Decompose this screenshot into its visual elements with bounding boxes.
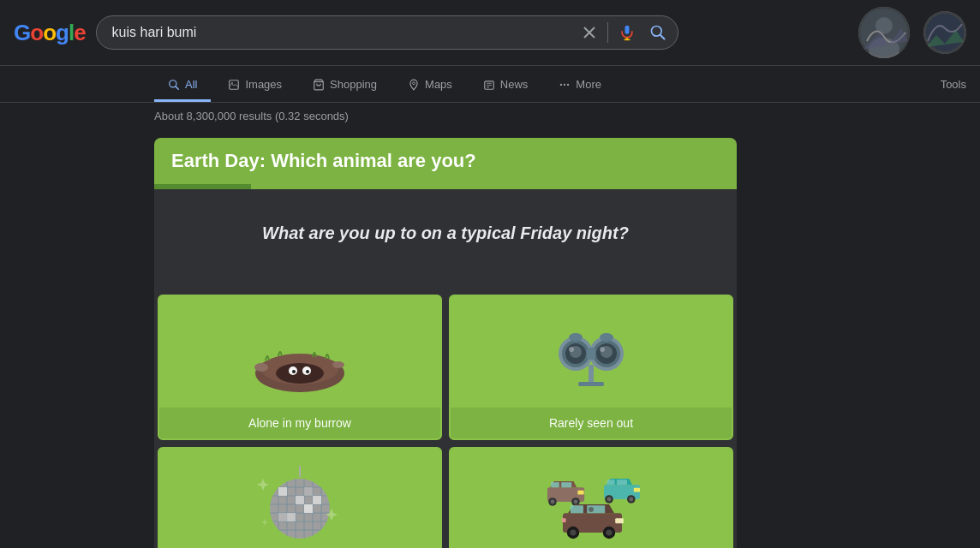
- quiz-option-disco[interactable]: Strutting my stuff: [158, 447, 442, 548]
- svg-rect-69: [313, 496, 321, 504]
- quiz-options: Alone in my burrow: [154, 295, 737, 548]
- results-summary: About 8,300,000 results (0.32 seconds): [0, 103, 980, 129]
- tab-all[interactable]: All: [154, 69, 211, 102]
- quiz-option-cars[interactable]: Following the herd: [449, 447, 733, 548]
- quiz-option-disco-image: [159, 449, 440, 548]
- svg-rect-95: [615, 518, 624, 523]
- svg-line-6: [660, 35, 665, 39]
- tab-images-label: Images: [245, 78, 282, 91]
- svg-point-46: [569, 347, 574, 352]
- svg-rect-2: [624, 26, 629, 34]
- search-button[interactable]: [646, 21, 670, 45]
- svg-rect-67: [304, 504, 313, 513]
- tab-shopping-label: Shopping: [330, 78, 377, 91]
- logo-o2: o: [43, 20, 56, 45]
- svg-rect-96: [562, 518, 566, 522]
- progress-segment-5: [542, 184, 639, 189]
- cars-illustration: [540, 462, 642, 547]
- svg-point-76: [551, 500, 555, 504]
- svg-point-86: [629, 497, 633, 502]
- search-icon: [168, 79, 180, 91]
- image-icon: [228, 79, 240, 91]
- quiz-option-binoculars-label: Rarely seen out: [541, 408, 642, 438]
- avatar-2[interactable]: [923, 11, 966, 54]
- search-bar: kuis hari bumi: [96, 15, 678, 50]
- shopping-icon: [313, 79, 325, 91]
- tab-more[interactable]: More: [545, 69, 615, 102]
- quiz-option-burrow-image: [159, 296, 440, 408]
- svg-rect-81: [607, 480, 615, 485]
- disco-illustration: [248, 462, 351, 547]
- svg-line-14: [176, 86, 178, 89]
- logo-g2: g: [56, 20, 69, 45]
- binoculars-illustration: [540, 309, 642, 395]
- svg-point-25: [567, 83, 569, 85]
- svg-point-97: [589, 507, 594, 512]
- quiz-question: What are you up to on a typical Friday n…: [171, 223, 720, 243]
- clear-button[interactable]: [578, 21, 601, 44]
- quiz-container: Earth Day: Which animal are you? What ar…: [154, 138, 737, 548]
- tab-shopping[interactable]: Shopping: [299, 69, 391, 102]
- svg-rect-79: [577, 491, 583, 495]
- tab-all-label: All: [185, 78, 197, 91]
- progress-segment-3: [349, 184, 445, 189]
- svg-point-32: [306, 370, 309, 373]
- svg-rect-87: [634, 488, 640, 492]
- svg-point-94: [606, 529, 612, 535]
- svg-point-78: [574, 500, 578, 504]
- burrow-illustration: [248, 309, 351, 395]
- tools-label: Tools: [941, 78, 966, 91]
- svg-point-48: [569, 333, 583, 342]
- svg-point-24: [564, 83, 565, 85]
- svg-rect-73: [551, 482, 559, 487]
- progress-segment-1: [154, 184, 251, 189]
- svg-point-84: [607, 497, 612, 502]
- svg-rect-43: [587, 348, 595, 360]
- svg-rect-71: [304, 487, 313, 496]
- tab-maps[interactable]: Maps: [394, 69, 466, 102]
- tools-button[interactable]: Tools: [927, 69, 980, 102]
- more-icon: [559, 79, 571, 91]
- svg-point-18: [413, 81, 415, 84]
- quiz-title: Earth Day: Which animal are you?: [171, 150, 476, 171]
- progress-segment-2: [251, 184, 348, 189]
- quiz-option-binoculars[interactable]: Rarely seen out: [449, 295, 733, 440]
- quiz-question-area: What are you up to on a typical Friday n…: [154, 189, 737, 295]
- search-icon-group: [578, 21, 670, 45]
- logo-g: G: [14, 20, 30, 45]
- tab-news[interactable]: News: [469, 69, 542, 102]
- svg-point-92: [570, 529, 576, 535]
- google-logo[interactable]: Google: [14, 20, 86, 46]
- svg-point-31: [292, 370, 296, 373]
- svg-point-49: [600, 333, 613, 342]
- svg-point-34: [332, 361, 344, 368]
- svg-rect-66: [296, 496, 304, 504]
- svg-point-28: [276, 363, 324, 384]
- svg-point-47: [600, 347, 605, 352]
- logo-e: e: [74, 20, 85, 45]
- tab-more-label: More: [576, 78, 601, 91]
- avatar[interactable]: [858, 7, 910, 58]
- avatar-area: [858, 7, 966, 58]
- quiz-option-burrow[interactable]: Alone in my burrow: [158, 295, 442, 440]
- maps-icon: [408, 79, 420, 91]
- progress-segment-6: [640, 184, 737, 189]
- tab-news-label: News: [500, 78, 529, 91]
- header: Google kuis hari bumi: [0, 0, 980, 66]
- quiz-progress: [154, 184, 737, 189]
- svg-rect-89: [571, 505, 583, 513]
- tab-images[interactable]: Images: [214, 69, 296, 102]
- svg-point-23: [560, 83, 562, 85]
- quiz-title-bar: Earth Day: Which animal are you?: [154, 138, 737, 184]
- mic-button[interactable]: [615, 21, 639, 45]
- svg-rect-36: [578, 382, 604, 386]
- quiz-option-binoculars-image: [451, 296, 732, 408]
- svg-rect-82: [617, 480, 627, 485]
- svg-point-33: [254, 363, 268, 372]
- quiz-option-burrow-label: Alone in my burrow: [240, 408, 360, 438]
- divider: [607, 22, 608, 43]
- tab-maps-label: Maps: [425, 78, 452, 91]
- svg-rect-65: [278, 487, 287, 496]
- logo-o1: o: [30, 20, 43, 45]
- svg-rect-74: [561, 482, 571, 487]
